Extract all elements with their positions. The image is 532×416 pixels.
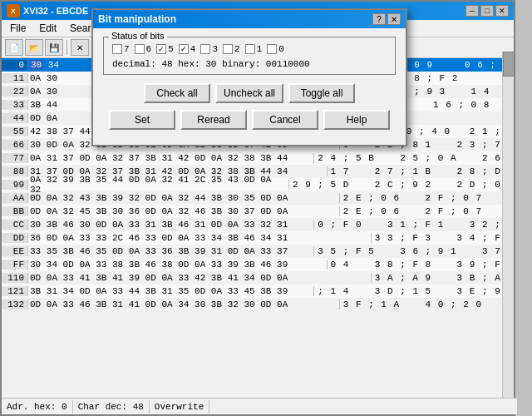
table-row[interactable]: 99 0A 32 39 3B 35 44 0D 0A 32 41 2C 35 4… — [2, 178, 514, 191]
dialog-close-button[interactable]: ✕ — [387, 13, 401, 25]
dialog-title: Bit manipulation — [98, 13, 176, 25]
main-title-left: X XVI32 - EBCDE — [7, 4, 88, 17]
table-row[interactable]: BB 0D 0A 32 45 3B 30 36 0D 0A 32 46 3B 3… — [2, 205, 514, 218]
table-row[interactable]: 132 0D 0A 33 46 3B 31 41 0D 0A 34 30 3B … — [2, 298, 514, 311]
table-row[interactable]: DD 36 0D 0A 33 33 2C 46 33 0D 0A 33 34 3… — [2, 231, 514, 245]
toggle-all-button[interactable]: Toggle all — [288, 83, 355, 103]
save-button[interactable]: 💾 — [45, 39, 63, 56]
scrollbar[interactable] — [502, 52, 514, 398]
table-row[interactable]: 110 0D 0A 33 41 3B 41 39 0D 0A 33 42 3B … — [2, 271, 514, 285]
cancel-button[interactable]: Cancel — [252, 110, 318, 130]
bit-3-item: 3 — [200, 44, 218, 54]
status-bar: Adr. hex: 0 Char dec: 48 Overwrite — [2, 398, 517, 414]
decimal-info: decimal: 48 hex: 30 binary: 00110000 — [112, 59, 387, 69]
table-row[interactable]: CC 30 3B 46 30 0D 0A 33 31 3B 46 31 0D 0… — [2, 218, 514, 231]
bit-1-label: 1 — [257, 44, 263, 54]
main-title-buttons: ─ □ ✕ — [466, 5, 509, 17]
bit-4-checkbox[interactable] — [179, 44, 189, 54]
open-button[interactable]: 📂 — [25, 39, 43, 56]
hex-address: 0 — [2, 60, 28, 70]
set-button[interactable]: Set — [109, 110, 175, 130]
table-row[interactable]: 77 0A 31 37 0D 0A 32 37 3B 31 42 0D 0A 3… — [2, 151, 514, 165]
table-row[interactable]: FF 30 34 0D 0A 33 38 3B 46 38 0D 0A 33 3… — [2, 258, 514, 271]
bit-5-item: 5 — [156, 44, 174, 54]
bit-2-item: 2 — [223, 44, 240, 54]
bit-7-checkbox[interactable] — [112, 44, 122, 54]
bit-3-label: 3 — [212, 44, 218, 54]
status-char-dec: Char dec: 48 — [73, 400, 150, 414]
close-button[interactable]: ✕ — [71, 39, 89, 56]
hex-ascii: ; 0 9 0 6 ; — [397, 60, 514, 70]
bit-6-checkbox[interactable] — [135, 44, 145, 54]
app-icon: X — [7, 4, 20, 17]
scroll-thumb[interactable] — [503, 52, 515, 77]
dialog-content: Status of bits 7 6 5 — [93, 28, 406, 145]
bit-manipulation-dialog: Bit manipulation ? ✕ Status of bits 7 6 — [91, 8, 407, 146]
check-all-button[interactable]: Check all — [144, 83, 210, 103]
table-row[interactable]: 121 3B 31 34 0D 0A 33 44 3B 31 35 0D 0A … — [2, 285, 514, 298]
minimize-button[interactable]: ─ — [466, 5, 479, 17]
bit-2-checkbox[interactable] — [223, 44, 233, 54]
check-buttons-row: Check all Uncheck all Toggle all — [103, 83, 396, 103]
toolbar-separator — [66, 40, 67, 55]
menu-file[interactable]: File — [3, 21, 32, 36]
bit-6-item: 6 — [135, 44, 152, 54]
bit-4-item: 4 — [179, 44, 196, 54]
menu-edit[interactable]: Edit — [32, 21, 63, 36]
close-main-button[interactable]: ✕ — [495, 5, 509, 17]
bit-1-checkbox[interactable] — [245, 44, 255, 54]
bits-row: 7 6 5 4 — [112, 44, 387, 54]
table-row[interactable]: AA 0D 0A 32 43 3B 39 32 0D 0A 32 44 3B 3… — [2, 191, 514, 205]
dialog-help-button[interactable]: ? — [372, 13, 386, 25]
selected-byte: 30 — [30, 60, 42, 70]
dialog-titlebar: Bit manipulation ? ✕ — [93, 10, 406, 28]
new-button[interactable]: 📄 — [5, 39, 23, 56]
group-label: Status of bits — [109, 31, 167, 41]
bit-0-checkbox[interactable] — [267, 44, 277, 54]
bit-6-label: 6 — [146, 44, 152, 54]
bit-3-checkbox[interactable] — [200, 44, 210, 54]
bit-0-label: 0 — [278, 44, 284, 54]
status-adr-hex: Adr. hex: 0 — [2, 400, 73, 414]
uncheck-all-button[interactable]: Uncheck all — [215, 83, 283, 103]
reread-button[interactable]: Reread — [180, 110, 247, 130]
help-button[interactable]: Help — [323, 110, 390, 130]
main-title: XVI32 - EBCDE — [23, 6, 88, 16]
bit-5-checkbox[interactable] — [156, 44, 166, 54]
action-buttons-row: Set Reread Cancel Help — [103, 110, 396, 130]
dialog-title-buttons: ? ✕ — [372, 13, 401, 25]
bit-7-item: 7 — [112, 44, 130, 54]
bit-2-label: 2 — [234, 44, 240, 54]
bit-7-label: 7 — [124, 44, 130, 54]
bit-4-label: 4 — [190, 44, 196, 54]
status-of-bits-group: Status of bits 7 6 5 — [103, 37, 396, 75]
bit-0-item: 0 — [267, 44, 284, 54]
bit-5-label: 5 — [168, 44, 174, 54]
maximize-button[interactable]: □ — [480, 5, 494, 17]
table-row[interactable]: EE 33 35 3B 46 35 0D 0A 33 36 3B 39 31 0… — [2, 245, 514, 258]
status-mode: Overwrite — [150, 400, 209, 414]
bit-1-item: 1 — [245, 44, 263, 54]
